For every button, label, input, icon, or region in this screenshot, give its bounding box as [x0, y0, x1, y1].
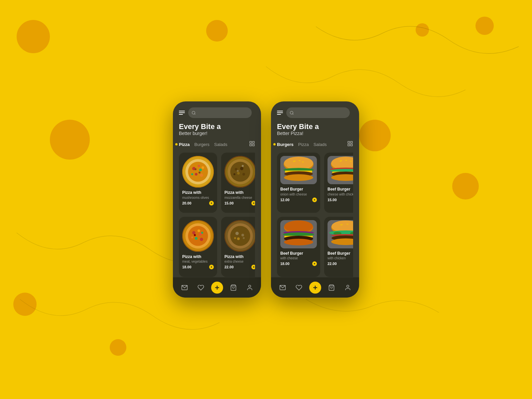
svg-point-82 [284, 220, 313, 232]
search-icon-right [290, 111, 294, 115]
food-card-burger1[interactable]: Beef Burger onion with cheese 12.00 [277, 153, 320, 213]
svg-rect-4 [250, 144, 251, 146]
svg-point-55 [248, 285, 251, 287]
svg-rect-3 [253, 141, 254, 143]
food-card-pizza2[interactable]: Pizza with mozzarella cheese 15.00 [221, 153, 255, 213]
phone-left-headline: Every Bite a Better burger! [179, 123, 255, 136]
nav-heart-right[interactable] [293, 282, 305, 294]
phone-left-header [179, 107, 255, 118]
svg-line-57 [293, 114, 293, 114]
svg-rect-5 [253, 144, 254, 146]
add-button-burger3[interactable] [312, 261, 317, 266]
nav-mail-right[interactable] [277, 282, 289, 294]
svg-point-40 [194, 234, 196, 236]
food-desc-burger4: with chicken [328, 256, 353, 260]
tab-pizza-left[interactable]: Pizza [179, 142, 190, 147]
food-card-burger4[interactable]: Beef Burger with chicken 22.00 [324, 217, 353, 277]
nav-bag-left[interactable] [227, 282, 239, 294]
svg-rect-59 [351, 141, 352, 143]
svg-point-48 [243, 237, 245, 239]
food-image-burger1 [280, 156, 317, 184]
food-card-pizza1[interactable]: Pizza with mushrooms olives 20.00 [179, 153, 217, 213]
svg-point-33 [192, 231, 196, 234]
nav-heart-left[interactable] [195, 282, 207, 294]
bg-circle-9 [416, 23, 429, 37]
food-name-pizza1: Pizza with [182, 190, 214, 195]
phone-right: Every Bite a Better Pizza! Burgers Pizza… [271, 101, 359, 298]
search-icon [192, 111, 196, 115]
food-image-pizza4 [224, 220, 255, 252]
add-button-pizza4[interactable] [251, 265, 255, 269]
tab-salads-left[interactable]: Salads [214, 142, 227, 147]
svg-point-66 [302, 162, 304, 163]
svg-point-49 [234, 237, 236, 239]
food-grid-right: Beef Burger onion with cheese 12.00 [277, 153, 353, 277]
svg-point-21 [230, 162, 250, 182]
add-button-pizza2[interactable] [251, 201, 255, 205]
search-bar-right[interactable] [286, 107, 350, 118]
svg-point-32 [188, 226, 208, 246]
svg-rect-61 [351, 144, 352, 146]
food-card-burger3[interactable]: Beef Burger with cheese 18.00 [277, 217, 320, 277]
food-image-burger2 [328, 156, 353, 184]
nav-plus-left[interactable] [211, 282, 223, 294]
nav-bag-right[interactable] [326, 282, 337, 294]
phones-container: Every Bite a Better burger! Pizza Burger… [173, 101, 359, 298]
nav-person-left[interactable] [244, 282, 256, 294]
food-image-pizza2 [224, 156, 255, 188]
svg-line-1 [195, 114, 195, 114]
svg-point-28 [237, 170, 239, 172]
tab-salads-right[interactable]: Salads [314, 142, 327, 147]
add-button-burger1[interactable] [312, 198, 317, 202]
food-card-burger2[interactable]: Beef Burger cheese with chicken 15.00 [324, 153, 353, 213]
bg-circle-7 [13, 293, 37, 316]
food-price-burger4: 22.00 [328, 262, 337, 266]
filter-icon-right[interactable] [347, 141, 353, 148]
svg-point-24 [237, 172, 240, 175]
search-bar-left[interactable] [188, 107, 252, 118]
food-image-burger4 [328, 220, 353, 248]
svg-point-91 [346, 224, 348, 225]
food-name-pizza4: Pizza with [224, 254, 255, 259]
tab-burgers-right[interactable]: Burgers [277, 142, 294, 147]
food-desc-burger2: cheese with chicken [328, 193, 353, 196]
svg-point-13 [191, 173, 193, 175]
svg-point-8 [188, 162, 208, 182]
svg-point-45 [235, 232, 239, 235]
food-price-row-burger1: 12.00 [280, 198, 317, 202]
svg-point-38 [198, 229, 200, 232]
svg-point-56 [290, 111, 293, 114]
add-button-pizza1[interactable] [209, 201, 214, 205]
nav-plus-right[interactable] [309, 282, 321, 294]
svg-point-14 [198, 165, 200, 167]
svg-point-0 [192, 111, 195, 114]
bottom-nav-left [173, 277, 261, 298]
add-button-pizza3[interactable] [209, 265, 214, 269]
svg-point-26 [233, 173, 235, 175]
food-desc-burger3: with cheese [280, 256, 317, 260]
food-card-pizza4[interactable]: Pizza with extra cheese 22.00 [221, 217, 255, 277]
svg-point-23 [240, 167, 243, 170]
food-card-pizza3[interactable]: Pizza with meat, vegetables 18.00 [179, 217, 217, 277]
food-name-burger1: Beef Burger [280, 187, 317, 192]
nav-mail-left[interactable] [179, 282, 191, 294]
bg-circle-6 [452, 173, 479, 200]
food-price-pizza3: 18.00 [182, 265, 192, 269]
hamburger-menu-icon[interactable] [179, 111, 185, 115]
food-price-burger3: 18.00 [280, 262, 290, 266]
headline-subtitle-left: Better burger! [179, 131, 255, 136]
food-price-pizza2: 15.00 [224, 201, 234, 205]
food-desc-pizza3: meat, vegetables [182, 260, 214, 263]
filter-icon-left[interactable] [249, 141, 255, 148]
hamburger-menu-icon-right[interactable] [277, 111, 283, 115]
food-price-row-pizza2: 15.00 [224, 201, 255, 205]
tab-pizza-right[interactable]: Pizza [298, 142, 309, 147]
svg-point-15 [201, 166, 204, 169]
category-tabs-left: Pizza Burgers Salads [179, 141, 255, 148]
svg-point-27 [242, 165, 244, 167]
food-name-pizza2: Pizza with [224, 190, 255, 195]
nav-person-right[interactable] [342, 282, 354, 294]
tab-burgers-left[interactable]: Burgers [195, 142, 210, 147]
food-image-burger3 [280, 220, 317, 248]
food-price-row-pizza4: 22.00 [224, 265, 255, 269]
